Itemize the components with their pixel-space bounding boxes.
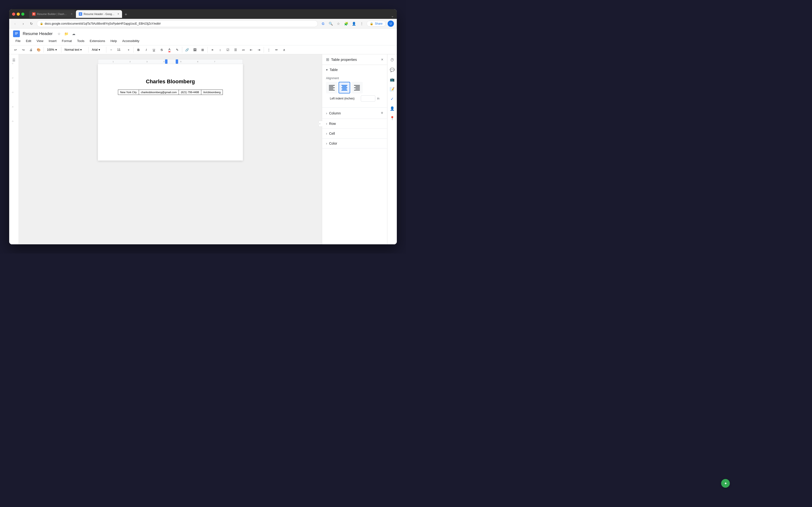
- tab-icon-google-docs: D: [79, 12, 82, 16]
- indent-row: Left indent (inches) in: [326, 94, 383, 104]
- tab-overflow-button[interactable]: ⌄: [391, 14, 394, 18]
- align-button[interactable]: ≡: [209, 46, 216, 53]
- folder-button[interactable]: 📁: [64, 31, 69, 37]
- bookmark-button[interactable]: ☆: [336, 21, 342, 26]
- row-section-header[interactable]: › Row: [322, 119, 387, 128]
- contact-row: New York City charlesbloomberg@gmail.com…: [118, 90, 223, 95]
- bold-button[interactable]: B: [135, 46, 142, 53]
- docs-title-row: Resume Header ☆ 📁 ☁: [9, 29, 397, 38]
- tab-icon-resume-builder: R: [32, 12, 36, 16]
- history-button[interactable]: ⏱: [388, 56, 396, 64]
- menu-accessibility[interactable]: Accessibility: [120, 38, 142, 44]
- paint-format-button[interactable]: 🎨: [35, 46, 42, 53]
- svg-rect-14: [354, 85, 360, 86]
- menu-tools[interactable]: Tools: [75, 38, 87, 44]
- color-section-chevron-right-icon: ›: [326, 142, 327, 145]
- comments-button[interactable]: 💬: [388, 66, 396, 74]
- person-button[interactable]: 👤: [388, 105, 396, 112]
- toolbar-separator-4: [106, 47, 106, 53]
- menu-insert[interactable]: Insert: [46, 38, 59, 44]
- style-chevron-icon: ▾: [80, 48, 82, 51]
- more-options-button[interactable]: ⋮: [265, 46, 272, 53]
- tab-resume-builder[interactable]: R Resume Builder | Dashboard ×: [29, 10, 75, 18]
- tab-close-resume-builder[interactable]: ×: [71, 12, 72, 16]
- note-button[interactable]: 📝: [388, 85, 396, 93]
- share-button[interactable]: 🔒 Share: [367, 21, 386, 26]
- outline-button[interactable]: ☰: [10, 56, 18, 64]
- ruler-handle-right[interactable]: [176, 59, 178, 64]
- minimize-window-button[interactable]: [17, 12, 20, 16]
- cloud-button[interactable]: ☁: [71, 31, 77, 37]
- menu-view[interactable]: View: [34, 38, 46, 44]
- font-size-select[interactable]: 11: [115, 46, 124, 53]
- align-left-button[interactable]: [326, 82, 338, 94]
- cell-location[interactable]: New York City: [118, 90, 139, 95]
- italic-button[interactable]: I: [143, 46, 150, 53]
- align-right-button[interactable]: [351, 82, 363, 94]
- panel-close-button[interactable]: ×: [381, 57, 383, 62]
- table-button[interactable]: ⊞: [199, 46, 206, 53]
- font-size-decrease-button[interactable]: −: [108, 46, 114, 53]
- print-button[interactable]: 🖨: [28, 46, 34, 53]
- table-section-header[interactable]: ▾ Table: [322, 65, 387, 74]
- checklist-button[interactable]: ☑: [224, 46, 231, 53]
- svg-rect-15: [355, 86, 360, 87]
- link-button[interactable]: 🔗: [184, 46, 191, 53]
- cell-email[interactable]: charlesbloomberg@gmail.com: [139, 90, 179, 95]
- line-spacing-button[interactable]: ↕: [217, 46, 223, 53]
- forward-button[interactable]: ›: [20, 21, 26, 26]
- indent-decrease-button[interactable]: ⇤: [248, 46, 254, 53]
- color-section-header[interactable]: › Color: [322, 138, 387, 148]
- numbered-list-button[interactable]: ≔: [240, 46, 247, 53]
- search-button[interactable]: 🔍: [328, 21, 334, 26]
- checkmark-button[interactable]: ✓: [388, 95, 396, 103]
- star-button[interactable]: ☆: [57, 31, 62, 37]
- align-center-button[interactable]: [339, 82, 350, 94]
- menu-extensions[interactable]: Extensions: [87, 38, 108, 44]
- map-pin-button[interactable]: 📍: [388, 114, 396, 122]
- menu-format[interactable]: Format: [59, 38, 74, 44]
- image-button[interactable]: 🖼: [191, 46, 198, 53]
- tab-close-google-docs[interactable]: ×: [117, 12, 119, 16]
- ruler-handle-left[interactable]: [165, 59, 167, 64]
- screen-button[interactable]: 📺: [388, 75, 396, 83]
- column-add-button[interactable]: +: [380, 111, 383, 116]
- undo-button[interactable]: ↩: [12, 46, 19, 53]
- menu-file[interactable]: File: [13, 38, 23, 44]
- cell-section-header[interactable]: › Cell: [322, 129, 387, 138]
- back-button[interactable]: ‹: [12, 21, 18, 26]
- font-select[interactable]: Arial ▾: [90, 46, 105, 53]
- maximize-window-button[interactable]: [21, 12, 24, 16]
- extensions-button[interactable]: 🧩: [343, 21, 349, 26]
- highlight-button[interactable]: ✎: [174, 46, 181, 53]
- column-section-header[interactable]: › Column +: [322, 108, 387, 119]
- cell-linkedin[interactable]: /in/cbloomberg: [201, 90, 222, 95]
- cell-phone[interactable]: (621) 799-4488: [179, 90, 201, 95]
- indent-input[interactable]: [361, 95, 375, 102]
- menu-edit[interactable]: Edit: [23, 38, 34, 44]
- text-color-button[interactable]: A: [166, 46, 173, 53]
- panel-expand-button[interactable]: ›: [318, 121, 322, 127]
- menu-help[interactable]: Help: [108, 38, 119, 44]
- refresh-button[interactable]: ↻: [29, 21, 34, 26]
- underline-button[interactable]: U: [151, 46, 157, 53]
- address-bar[interactable]: 🔒 docs.google.com/document/d/1qlTa79Az88…: [37, 20, 318, 27]
- new-tab-button[interactable]: +: [122, 11, 129, 18]
- zoom-select[interactable]: 100% ▾: [45, 46, 60, 53]
- collapse-toolbar-button[interactable]: ∧: [281, 46, 288, 53]
- contact-table[interactable]: New York City charlesbloomberg@gmail.com…: [118, 90, 223, 95]
- close-window-button[interactable]: [12, 12, 15, 16]
- tab-google-docs[interactable]: D Resume Header - Google Docs ×: [76, 10, 122, 18]
- user-avatar[interactable]: U: [388, 20, 394, 27]
- doc-canvas[interactable]: 1 2 3 4 5 6 7 -1 -2 -3 -4 -5 Charles Blo…: [19, 54, 322, 244]
- profile-button[interactable]: 👤: [351, 21, 357, 26]
- more-button[interactable]: ⋮: [359, 21, 365, 26]
- pen-tool-button[interactable]: ✏: [273, 46, 280, 53]
- font-size-increase-button[interactable]: +: [125, 46, 132, 53]
- redo-button[interactable]: ↪: [20, 46, 27, 53]
- font-chevron-icon: ▾: [99, 48, 100, 51]
- indent-increase-button[interactable]: ⇥: [255, 46, 262, 53]
- bullet-list-button[interactable]: ☰: [232, 46, 239, 53]
- style-select[interactable]: Normal text ▾: [63, 46, 87, 53]
- strikethrough-button[interactable]: S: [158, 46, 165, 53]
